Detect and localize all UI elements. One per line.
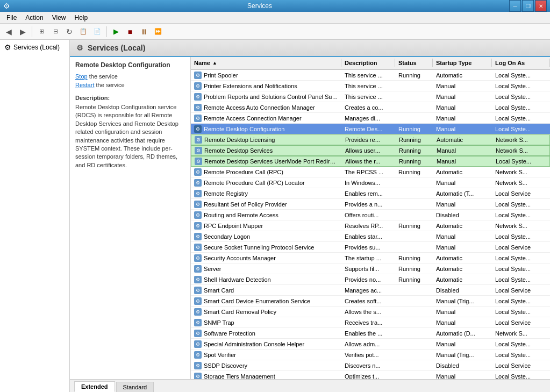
th-description[interactable]: Description: [341, 59, 395, 67]
table-row[interactable]: ⚙Smart Card Removal PolicyAllows the s..…: [191, 307, 550, 317]
table-row[interactable]: ⚙Storage Tiers ManagementOptimizes t...M…: [191, 371, 550, 379]
service-startup-cell: Manual: [433, 340, 492, 348]
th-description-label: Description: [345, 60, 377, 66]
service-desc-cell: Provides su...: [341, 244, 395, 251]
table-row[interactable]: ⚙ServerSupports fil...RunningAutomaticLo…: [191, 263, 550, 274]
table-row[interactable]: ⚙Problem Reports and Solutions Control P…: [191, 91, 550, 102]
service-logon-cell: Network S...: [492, 179, 550, 187]
restore-button[interactable]: ❐: [522, 0, 534, 12]
table-row[interactable]: ⚙Software ProtectionEnables the ...Autom…: [191, 328, 550, 339]
service-name-text: Remote Desktop Services: [204, 147, 273, 154]
restart-link[interactable]: Restart: [75, 82, 94, 88]
table-row[interactable]: ⚙Remote Desktop ConfigurationRemote Des.…: [191, 124, 550, 134]
minimize-button[interactable]: ─: [509, 0, 521, 12]
service-desc-cell: This service ...: [341, 82, 395, 90]
table-row[interactable]: ⚙Remote Desktop Services UserMode Port R…: [191, 156, 550, 167]
table-row[interactable]: ⚙Printer Extensions and NotificationsThi…: [191, 81, 550, 91]
menu-help[interactable]: Help: [70, 13, 92, 23]
service-status-cell: [395, 344, 433, 345]
menu-view[interactable]: View: [48, 13, 70, 23]
service-desc-cell: Offers routi...: [341, 211, 395, 219]
table-row[interactable]: ⚙Secure Socket Tunneling Protocol Servic…: [191, 242, 550, 253]
service-name-cell: ⚙Remote Desktop Services: [191, 146, 342, 155]
properties-button[interactable]: 📄: [91, 25, 104, 38]
th-logon-as[interactable]: Log On As: [492, 59, 550, 67]
close-button[interactable]: ✕: [535, 0, 547, 12]
service-status-cell: [395, 247, 433, 248]
export-button[interactable]: 📋: [77, 25, 90, 38]
service-desc-cell: The RPCSS ...: [341, 168, 395, 176]
table-row[interactable]: ⚙SNMP TrapReceives tra...ManualLocal Ser…: [191, 317, 550, 328]
table-row[interactable]: ⚙Remote Desktop LicensingProvides re...R…: [191, 134, 550, 145]
show-console-tree-button[interactable]: ⊞: [35, 25, 48, 38]
service-name-cell: ⚙SSDP Discovery: [191, 361, 341, 370]
th-status[interactable]: Status: [395, 59, 433, 67]
service-icon: ⚙: [194, 168, 202, 176]
table-row[interactable]: ⚙Smart CardManages ac...DisabledLocal Se…: [191, 285, 550, 296]
table-row[interactable]: ⚙Security Accounts ManagerThe startup ..…: [191, 253, 550, 263]
table-row[interactable]: ⚙Remote Desktop ServicesAllows user...Ru…: [191, 145, 550, 156]
service-name-text: Remote Procedure Call (RPC): [204, 169, 283, 175]
hide-console-tree-button[interactable]: ⊟: [49, 25, 62, 38]
th-startup-type[interactable]: Startup Type: [433, 59, 492, 67]
table-row[interactable]: ⚙SSDP DiscoveryDiscovers n...DisabledLoc…: [191, 360, 550, 371]
table-row[interactable]: ⚙Remote Access Connection ManagerManages…: [191, 113, 550, 124]
table-row[interactable]: ⚙Remote RegistryEnables rem...Automatic …: [191, 188, 550, 199]
service-name-text: Problem Reports and Solutions Control Pa…: [204, 94, 338, 100]
back-button[interactable]: ◀: [2, 25, 15, 38]
service-name-text: Smart Card Removal Policy: [204, 309, 276, 315]
services-table-body[interactable]: ⚙Print SpoolerThis service ...RunningAut…: [191, 70, 550, 379]
service-desc-cell: Enables rem...: [341, 190, 395, 197]
tree-item-label: Services (Local): [13, 44, 60, 51]
service-desc-cell: Provides a n...: [341, 201, 395, 208]
service-icon: ⚙: [194, 211, 202, 219]
service-icon: ⚙: [194, 115, 202, 122]
stop-link[interactable]: Stop: [75, 73, 88, 80]
description-panel: Remote Desktop Configuration Stop the se…: [70, 57, 191, 379]
tree-item-services-local[interactable]: ⚙ Services (Local): [2, 42, 67, 53]
service-name-cell: ⚙Smart Card Removal Policy: [191, 308, 341, 316]
refresh-button[interactable]: ↻: [63, 25, 76, 38]
table-row[interactable]: ⚙Remote Access Auto Connection ManagerCr…: [191, 102, 550, 113]
service-status-cell: [395, 215, 433, 216]
service-icon: ⚙: [194, 82, 202, 90]
service-startup-cell: Disabled: [433, 362, 492, 369]
menu-file[interactable]: File: [2, 13, 21, 23]
menu-action[interactable]: Action: [21, 13, 47, 23]
pause-service-button[interactable]: ⏸: [138, 25, 151, 38]
tab-extended[interactable]: Extended: [74, 381, 115, 392]
table-row[interactable]: ⚙Resultant Set of Policy ProviderProvide…: [191, 199, 550, 210]
service-desc-cell: Enables the ...: [341, 330, 395, 337]
service-name-cell: ⚙Security Accounts Manager: [191, 254, 341, 262]
service-logon-cell: Local Service: [492, 362, 550, 369]
th-name[interactable]: Name ▲: [191, 59, 341, 67]
desc-label: Description:: [75, 95, 185, 101]
table-row[interactable]: ⚙Remote Procedure Call (RPC) LocatorIn W…: [191, 177, 550, 188]
table-row[interactable]: ⚙Special Administration Console HelperAl…: [191, 339, 550, 350]
service-name-cell: ⚙Resultant Set of Policy Provider: [191, 200, 341, 209]
desc-title: Remote Desktop Configuration: [75, 61, 185, 69]
service-status-cell: Running: [395, 265, 433, 273]
table-row[interactable]: ⚙Smart Card Device Enumeration ServiceCr…: [191, 296, 550, 307]
forward-button[interactable]: ▶: [16, 25, 29, 38]
service-startup-cell: Automatic: [433, 265, 492, 273]
table-row[interactable]: ⚙Remote Procedure Call (RPC)The RPCSS ..…: [191, 167, 550, 177]
table-row[interactable]: ⚙RPC Endpoint MapperResolves RP...Runnin…: [191, 220, 550, 231]
table-row[interactable]: ⚙Routing and Remote AccessOffers routi..…: [191, 210, 550, 220]
service-logon-cell: Local Service: [492, 244, 550, 251]
start-service-button[interactable]: ▶: [110, 25, 123, 38]
table-row[interactable]: ⚙Secondary LogonEnables star...ManualLoc…: [191, 231, 550, 242]
service-logon-cell: Local Syste...: [492, 82, 550, 90]
service-startup-cell: Manual: [433, 179, 492, 187]
service-startup-cell: Automatic (D...: [433, 330, 492, 337]
table-row[interactable]: ⚙Shell Hardware DetectionProvides no...R…: [191, 274, 550, 285]
stop-service-button[interactable]: ■: [124, 25, 137, 38]
service-startup-cell: Manual: [433, 373, 492, 380]
table-row[interactable]: ⚙Print SpoolerThis service ...RunningAut…: [191, 70, 550, 81]
service-name-text: Remote Desktop Services UserMode Port Re…: [204, 158, 339, 165]
service-name-text: Special Administration Console Helper: [204, 341, 304, 347]
restart-service-button[interactable]: ⏩: [152, 25, 165, 38]
service-startup-cell: Disabled: [433, 211, 492, 219]
tab-standard[interactable]: Standard: [116, 382, 154, 392]
table-row[interactable]: ⚙Spot VerifierVerifies pot...Manual (Tri…: [191, 350, 550, 360]
